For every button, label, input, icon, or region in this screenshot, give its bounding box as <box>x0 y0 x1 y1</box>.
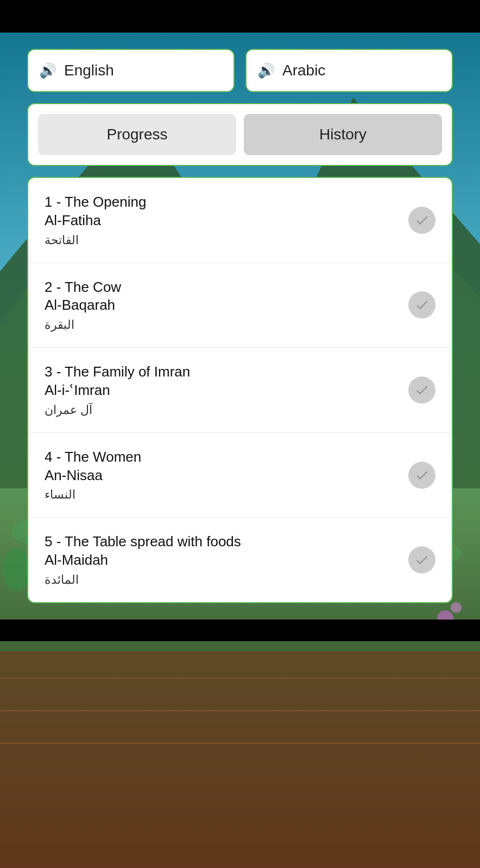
arabic-label: Arabic <box>282 62 325 79</box>
tab-progress[interactable]: Progress <box>38 114 236 155</box>
surah-name-arabic: الفاتحة <box>45 233 397 247</box>
tab-panel: Progress History <box>27 103 453 166</box>
surah-name-arabic: المائدة <box>45 573 397 587</box>
check-icon <box>408 546 435 573</box>
english-label: English <box>64 62 114 79</box>
surah-name-english: 3 - The Family of Imran Al-i-ʿImran <box>45 363 397 400</box>
surah-name-arabic: البقرة <box>45 318 397 332</box>
surah-name-english: 1 - The Opening Al-Fatiha <box>45 193 397 230</box>
bottom-bar <box>0 620 480 641</box>
surah-item[interactable]: 3 - The Family of Imran Al-i-ʿImranآل عم… <box>28 348 452 433</box>
main-content: 🔊 English 🔊 Arabic Progress History 1 - … <box>0 33 480 620</box>
english-language-button[interactable]: 🔊 English <box>27 49 235 92</box>
check-icon <box>408 207 435 234</box>
surah-item[interactable]: 2 - The Cow Al-Baqarahالبقرة <box>28 263 452 348</box>
surah-list: 1 - The Opening Al-Fatihaالفاتحة 2 - The… <box>27 177 453 603</box>
surah-name-english: 5 - The Table spread with foods Al-Maida… <box>45 533 397 570</box>
check-icon <box>408 291 435 318</box>
check-icon <box>408 462 435 489</box>
arabic-language-button[interactable]: 🔊 Arabic <box>245 49 453 92</box>
surah-item[interactable]: 5 - The Table spread with foods Al-Maida… <box>28 518 452 602</box>
tab-history[interactable]: History <box>244 114 442 155</box>
surah-name-arabic: النساء <box>45 488 397 502</box>
top-status-bar <box>0 0 480 33</box>
surah-name-english: 2 - The Cow Al-Baqarah <box>45 278 397 315</box>
surah-item[interactable]: 1 - The Opening Al-Fatihaالفاتحة <box>28 178 452 263</box>
speaker-icon-english: 🔊 <box>39 62 56 79</box>
surah-name-arabic: آل عمران <box>45 403 397 417</box>
speaker-icon-arabic: 🔊 <box>257 62 275 79</box>
surah-name-english: 4 - The Women An-Nisaa <box>45 448 397 485</box>
surah-item[interactable]: 4 - The Women An-Nisaaالنساء <box>28 433 452 518</box>
check-icon <box>408 376 435 404</box>
language-selector-row: 🔊 English 🔊 Arabic <box>27 49 453 92</box>
